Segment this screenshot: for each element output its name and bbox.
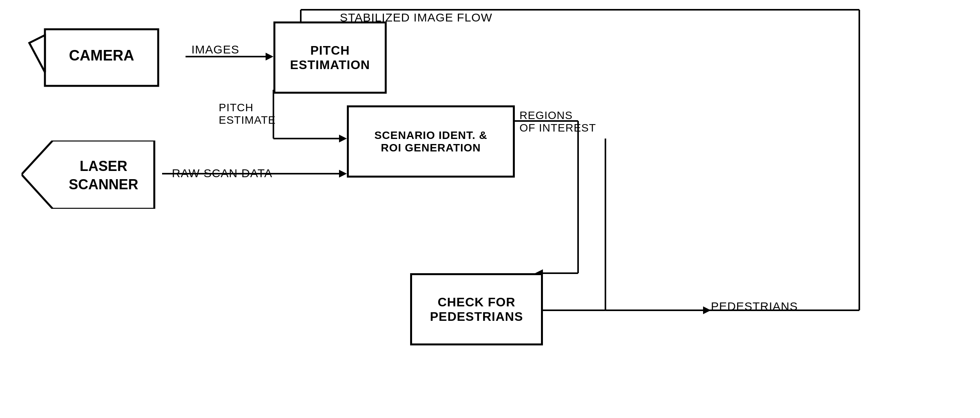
svg-marker-23: [21, 141, 154, 209]
svg-text:LASER: LASER: [80, 158, 127, 174]
check-pedestrians-label: CHECK FORPEDESTRIANS: [430, 295, 523, 324]
svg-text:CAMERA: CAMERA: [69, 47, 134, 64]
stabilized-image-flow-label: STABILIZED IMAGE FLOW: [340, 11, 493, 24]
diagram-container: CAMERA IMAGES PITCHESTIMATION STABILIZED…: [0, 0, 980, 418]
svg-marker-9: [339, 135, 347, 142]
raw-scan-data-label: RAW SCAN DATA: [172, 167, 272, 180]
scenario-block: SCENARIO IDENT. &ROI GENERATION: [347, 105, 515, 178]
pitch-estimation-label: PITCHESTIMATION: [290, 43, 370, 72]
regions-of-interest-label: REGIONSOF INTEREST: [519, 109, 596, 134]
pedestrians-label: PEDESTRIANS: [711, 300, 798, 313]
svg-text:SCANNER: SCANNER: [69, 176, 138, 192]
svg-marker-11: [339, 170, 347, 178]
scenario-label: SCENARIO IDENT. &ROI GENERATION: [374, 129, 487, 154]
svg-marker-21: [29, 35, 45, 72]
svg-marker-19: [703, 306, 711, 314]
svg-marker-1: [266, 53, 273, 60]
check-pedestrians-block: CHECK FORPEDESTRIANS: [410, 273, 543, 345]
pitch-estimate-label: PITCHESTIMATE: [219, 101, 276, 126]
pitch-estimation-block: PITCHESTIMATION: [273, 21, 387, 94]
images-label: IMAGES: [191, 43, 239, 56]
